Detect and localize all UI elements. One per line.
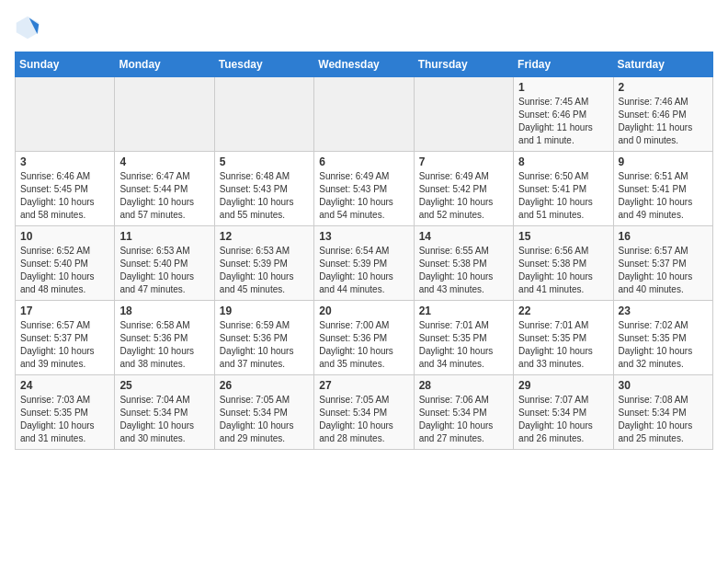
cell-text: Sunset: 5:40 PM — [119, 258, 209, 270]
logo — [15, 15, 44, 40]
cell-text: and 40 minutes. — [619, 283, 708, 296]
calendar-cell: 4Sunrise: 6:47 AMSunset: 5:44 PMDaylight… — [115, 152, 214, 226]
calendar-week-row: 10Sunrise: 6:52 AMSunset: 5:40 PMDayligh… — [16, 226, 713, 301]
calendar-cell: 11Sunrise: 6:53 AMSunset: 5:40 PMDayligh… — [115, 226, 214, 301]
day-number: 11 — [119, 230, 209, 243]
calendar-week-row: 17Sunrise: 6:57 AMSunset: 5:37 PMDayligh… — [16, 301, 713, 375]
cell-text: Sunrise: 7:08 AM — [619, 394, 708, 407]
calendar-table: SundayMondayTuesdayWednesdayThursdayFrid… — [15, 52, 713, 450]
cell-text: and 48 minutes. — [20, 283, 109, 296]
cell-text: Daylight: 10 hours — [220, 345, 309, 358]
calendar-week-row: 24Sunrise: 7:03 AMSunset: 5:35 PMDayligh… — [16, 375, 713, 450]
weekday-header: Tuesday — [214, 52, 313, 77]
day-number: 12 — [220, 230, 309, 243]
cell-text: Sunset: 5:40 PM — [20, 258, 109, 270]
cell-text: Sunrise: 6:49 AM — [319, 170, 408, 183]
cell-text: Daylight: 10 hours — [119, 270, 209, 283]
calendar-cell: 16Sunrise: 6:57 AMSunset: 5:37 PMDayligh… — [613, 226, 712, 301]
cell-text: Sunrise: 7:05 AM — [220, 394, 309, 407]
cell-text: Daylight: 10 hours — [518, 196, 608, 209]
cell-text: and 43 minutes. — [419, 283, 508, 296]
cell-text: Daylight: 10 hours — [419, 196, 508, 209]
day-number: 28 — [419, 379, 508, 392]
day-number: 29 — [518, 379, 608, 392]
day-number: 17 — [20, 304, 109, 317]
day-number: 30 — [619, 379, 708, 392]
cell-text: Sunset: 6:46 PM — [619, 109, 708, 121]
cell-text: Daylight: 10 hours — [119, 196, 209, 209]
cell-text: Daylight: 10 hours — [220, 419, 309, 432]
cell-text: and 41 minutes. — [518, 283, 608, 296]
cell-text: and 27 minutes. — [419, 432, 508, 445]
day-number: 9 — [619, 155, 708, 168]
weekday-row: SundayMondayTuesdayWednesdayThursdayFrid… — [16, 52, 713, 77]
day-number: 7 — [419, 155, 508, 168]
cell-text: Daylight: 10 hours — [20, 270, 109, 283]
calendar-cell: 22Sunrise: 7:01 AMSunset: 5:35 PMDayligh… — [514, 301, 613, 375]
cell-text: Sunrise: 6:52 AM — [20, 245, 109, 258]
calendar-cell: 23Sunrise: 7:02 AMSunset: 5:35 PMDayligh… — [613, 301, 712, 375]
cell-text: Sunset: 5:34 PM — [518, 407, 608, 419]
cell-text: Sunset: 5:34 PM — [119, 407, 209, 419]
calendar-cell: 21Sunrise: 7:01 AMSunset: 5:35 PMDayligh… — [414, 301, 513, 375]
cell-text: and 52 minutes. — [419, 209, 508, 222]
cell-text: Daylight: 10 hours — [319, 196, 408, 209]
cell-text: Daylight: 10 hours — [518, 419, 608, 432]
cell-text: Sunrise: 6:53 AM — [119, 245, 209, 258]
cell-text: and 25 minutes. — [619, 432, 708, 445]
cell-text: and 32 minutes. — [619, 358, 708, 371]
cell-text: Sunrise: 7:06 AM — [419, 394, 508, 407]
calendar-cell: 28Sunrise: 7:06 AMSunset: 5:34 PMDayligh… — [414, 375, 513, 450]
cell-text: and 28 minutes. — [319, 432, 408, 445]
day-number: 19 — [220, 304, 309, 317]
cell-text: Sunrise: 6:55 AM — [419, 245, 508, 258]
cell-text: and 45 minutes. — [220, 283, 309, 296]
cell-text: Daylight: 10 hours — [20, 419, 109, 432]
cell-text: Daylight: 11 hours — [518, 121, 608, 134]
cell-text: and 30 minutes. — [119, 432, 209, 445]
calendar-cell: 12Sunrise: 6:53 AMSunset: 5:39 PMDayligh… — [214, 226, 313, 301]
cell-text: Daylight: 10 hours — [20, 196, 109, 209]
cell-text: and 49 minutes. — [619, 209, 708, 222]
cell-text: Sunset: 5:41 PM — [619, 183, 708, 196]
cell-text: Sunset: 5:36 PM — [220, 332, 309, 345]
cell-text: Sunset: 5:35 PM — [518, 332, 608, 345]
calendar-cell: 7Sunrise: 6:49 AMSunset: 5:42 PMDaylight… — [414, 152, 513, 226]
cell-text: and 38 minutes. — [119, 358, 209, 371]
calendar-cell: 19Sunrise: 6:59 AMSunset: 5:36 PMDayligh… — [214, 301, 313, 375]
cell-text: Sunrise: 7:45 AM — [518, 96, 608, 109]
cell-text: Sunset: 5:43 PM — [319, 183, 408, 196]
cell-text: Sunset: 5:39 PM — [220, 258, 309, 270]
cell-text: and 47 minutes. — [119, 283, 209, 296]
calendar-cell: 2Sunrise: 7:46 AMSunset: 6:46 PMDaylight… — [613, 77, 712, 152]
day-number: 10 — [20, 230, 109, 243]
calendar-cell: 20Sunrise: 7:00 AMSunset: 5:36 PMDayligh… — [314, 301, 414, 375]
day-number: 26 — [220, 379, 309, 392]
cell-text: Sunset: 5:34 PM — [319, 407, 408, 419]
cell-text: Sunrise: 7:04 AM — [119, 394, 209, 407]
cell-text: Sunrise: 6:59 AM — [220, 319, 309, 332]
cell-text: and 35 minutes. — [319, 358, 408, 371]
calendar-cell — [214, 77, 313, 152]
cell-text: Sunset: 5:36 PM — [119, 332, 209, 345]
cell-text: Sunrise: 6:51 AM — [619, 170, 708, 183]
calendar-cell: 3Sunrise: 6:46 AMSunset: 5:45 PMDaylight… — [16, 152, 115, 226]
cell-text: Daylight: 10 hours — [419, 345, 508, 358]
day-number: 22 — [518, 304, 608, 317]
cell-text: Sunset: 5:34 PM — [220, 407, 309, 419]
calendar-cell: 1Sunrise: 7:45 AMSunset: 6:46 PMDaylight… — [514, 77, 613, 152]
cell-text: Daylight: 10 hours — [119, 419, 209, 432]
cell-text: Daylight: 10 hours — [319, 419, 408, 432]
calendar-cell: 26Sunrise: 7:05 AMSunset: 5:34 PMDayligh… — [214, 375, 313, 450]
cell-text: Sunrise: 7:01 AM — [518, 319, 608, 332]
cell-text: Sunrise: 6:49 AM — [419, 170, 508, 183]
cell-text: Sunrise: 7:05 AM — [319, 394, 408, 407]
weekday-header: Saturday — [613, 52, 712, 77]
cell-text: Sunrise: 7:07 AM — [518, 394, 608, 407]
calendar-cell: 24Sunrise: 7:03 AMSunset: 5:35 PMDayligh… — [16, 375, 115, 450]
cell-text: Sunset: 5:34 PM — [619, 407, 708, 419]
calendar-cell: 17Sunrise: 6:57 AMSunset: 5:37 PMDayligh… — [16, 301, 115, 375]
day-number: 16 — [619, 230, 708, 243]
cell-text: Daylight: 10 hours — [518, 270, 608, 283]
cell-text: Sunrise: 6:54 AM — [319, 245, 408, 258]
